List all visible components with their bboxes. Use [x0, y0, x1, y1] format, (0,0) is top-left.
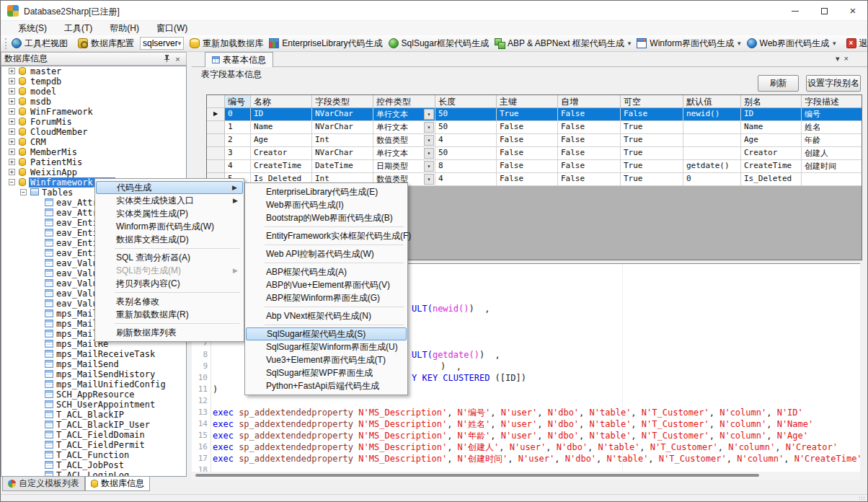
grid-cell[interactable]: False — [558, 108, 621, 121]
menu-item[interactable]: Bootstrap的Web界面代码生成(B) — [246, 211, 407, 224]
table-row[interactable]: ▶0IDNVarChar单行文本▾50TrueFalseFalsenewid()… — [207, 108, 862, 121]
toolbar-button[interactable]: EnterpriseLibrary代码生成 — [266, 36, 385, 51]
grid-cell[interactable]: 50 — [435, 108, 497, 121]
menu-item[interactable]: SQL 查询分析器(A) — [96, 251, 243, 264]
expand-plus-icon[interactable]: + — [9, 169, 15, 175]
minimize-icon[interactable] — [781, 1, 810, 21]
grid-cell[interactable]: 0 — [683, 173, 741, 186]
grid-cell[interactable]: CreateTime — [741, 160, 802, 173]
row-header-cell[interactable] — [207, 121, 225, 134]
grid-cell[interactable]: 数值类型▾ — [373, 134, 435, 147]
grid-column-header[interactable]: 可空 — [621, 95, 683, 108]
expand-plus-icon[interactable]: + — [9, 68, 15, 74]
grid-cell[interactable] — [683, 121, 741, 134]
tree-item[interactable]: mps_MailReceiveTask — [1, 349, 186, 359]
tree-item[interactable]: +msdb — [1, 97, 186, 107]
pin-icon[interactable] — [161, 55, 172, 63]
set-field-alias-button[interactable]: 设置字段别名 — [806, 75, 861, 92]
tree-item[interactable]: mps_MailSend — [1, 359, 186, 369]
grid-column-header[interactable]: 字段类型 — [312, 95, 373, 108]
grid-cell[interactable]: 4 — [435, 134, 497, 147]
menu-item[interactable]: ABP框架Winform界面生成(G) — [246, 291, 407, 304]
collapse-minus-icon[interactable]: − — [20, 189, 27, 195]
grid-cell[interactable]: getdate() — [683, 160, 741, 173]
grid-cell[interactable] — [683, 147, 741, 160]
grid-cell[interactable]: Creator — [251, 147, 312, 160]
grid-cell[interactable]: CreateTime — [251, 160, 312, 173]
menu-item[interactable]: 数据库文档生成(D) — [96, 233, 243, 246]
expand-plus-icon[interactable]: + — [9, 149, 15, 155]
expand-plus-icon[interactable]: + — [9, 128, 15, 135]
row-header-cell[interactable] — [207, 147, 225, 160]
tree-item[interactable]: SCH_AppResource — [1, 389, 186, 400]
menu-item[interactable]: Web界面代码生成(I) — [246, 198, 407, 211]
database-type-combo[interactable]: sqlserver▾ — [140, 37, 184, 50]
grid-cell[interactable]: False — [497, 147, 558, 160]
expand-plus-icon[interactable]: + — [9, 159, 15, 165]
grid-cell[interactable]: Is_Deleted — [741, 173, 802, 186]
grid-cell[interactable]: 8 — [435, 160, 497, 173]
grid-cell[interactable]: 50 — [435, 121, 497, 134]
table-row[interactable]: 2AgeInt数值类型▾4FalseFalseTrueAge年龄 — [207, 134, 862, 147]
menu-item[interactable]: 重新加载数据库(R) — [96, 308, 243, 321]
grid-cell[interactable]: True — [621, 134, 683, 147]
grid-cell[interactable]: 姓名 — [802, 121, 862, 134]
cell-combo-dropdown-icon[interactable]: ▾ — [424, 148, 434, 159]
menu-item[interactable]: SqlSugar框架代码生成(S) — [246, 327, 407, 340]
grid-cell[interactable]: 日期类型▾ — [373, 160, 435, 173]
menu-item[interactable]: EnterpriseLibrary代码生成(E) — [246, 185, 407, 198]
doc-dropdown-icon[interactable]: ▾ — [836, 54, 840, 63]
tree-item[interactable]: +CloudMember — [1, 127, 186, 137]
tree-item[interactable]: +MemberMis — [1, 147, 186, 157]
grid-column-header[interactable]: 名称 — [251, 95, 312, 108]
toolbar-button[interactable]: Winform界面代码生成▾ — [634, 36, 743, 51]
grid-cell[interactable]: True — [621, 160, 683, 173]
grid-cell[interactable]: 单行文本▾ — [373, 108, 435, 121]
row-header-cell[interactable] — [207, 160, 225, 173]
menu-item[interactable]: 刷新数据库列表 — [96, 326, 243, 339]
tree-item[interactable]: T_ACL_BlackIP — [1, 410, 186, 420]
tree-item[interactable]: +master — [1, 66, 186, 76]
grid-cell[interactable]: Creator — [741, 147, 802, 160]
toolbar-button[interactable]: ABP & ABPNext 框架代码生成▾ — [492, 36, 634, 51]
cell-combo-dropdown-icon[interactable]: ▾ — [424, 109, 434, 120]
grid-cell[interactable]: True — [497, 108, 558, 121]
table-row[interactable]: 1NameNVarChar单行文本▾50FalseFalseTrueName姓名 — [207, 121, 862, 134]
grid-cell[interactable] — [802, 173, 862, 186]
menu-item[interactable]: 代码生成▶ — [96, 181, 243, 194]
grid-cell[interactable]: 3 — [225, 147, 251, 160]
toolbar-button[interactable]: 工具栏视图 — [9, 36, 71, 51]
tree-item[interactable]: T_ACL_BlackIP_User — [1, 420, 186, 430]
menu-item[interactable]: Winform界面代码生成(W) — [96, 220, 243, 233]
cell-combo-dropdown-icon[interactable]: ▾ — [424, 122, 434, 133]
menu-item[interactable]: Python+FastApi后端代码生成 — [246, 379, 407, 392]
grid-cell[interactable]: NVarChar — [312, 121, 373, 134]
menu-item[interactable]: SQL语句生成(M)▶ — [96, 264, 243, 277]
grid-cell[interactable]: True — [621, 173, 683, 186]
expand-plus-icon[interactable]: + — [9, 108, 15, 115]
menubar-item[interactable]: 窗口(W) — [148, 21, 196, 36]
grid-column-header[interactable]: 编号 — [225, 95, 251, 108]
tree-item[interactable]: +model — [1, 87, 186, 97]
grid-cell[interactable]: Age — [251, 134, 312, 147]
expand-plus-icon[interactable]: + — [9, 98, 15, 105]
menubar-item[interactable]: 帮助(H) — [101, 21, 148, 36]
grid-column-header[interactable]: 控件类型 — [373, 95, 435, 108]
grid-cell[interactable]: True — [621, 147, 683, 160]
menubar-item[interactable]: 工具(T) — [56, 21, 101, 36]
grid-column-header[interactable]: 别名 — [741, 95, 802, 108]
grid-cell[interactable]: ID — [251, 108, 312, 121]
menu-item[interactable]: SqlSugar框架WPF界面生成 — [246, 366, 407, 379]
grid-cell[interactable]: ID — [741, 108, 802, 121]
cell-combo-dropdown-icon[interactable]: ▾ — [424, 174, 434, 185]
grid-cell[interactable]: 创建时间 — [802, 160, 862, 173]
maximize-icon[interactable] — [810, 1, 838, 21]
tree-item[interactable]: SCH_UserAppointment — [1, 400, 186, 410]
grid-column-header[interactable]: 长度 — [435, 95, 497, 108]
collapse-minus-icon[interactable]: − — [9, 179, 15, 185]
menu-item[interactable]: Web API控制器代码生成(W) — [246, 247, 407, 260]
grid-cell[interactable]: 0 — [225, 108, 251, 121]
menu-item[interactable]: ABP的Vue+Element界面代码(V) — [246, 278, 407, 291]
grid-column-header[interactable]: 主键 — [497, 95, 558, 108]
grid-cell[interactable]: Int — [312, 134, 373, 147]
